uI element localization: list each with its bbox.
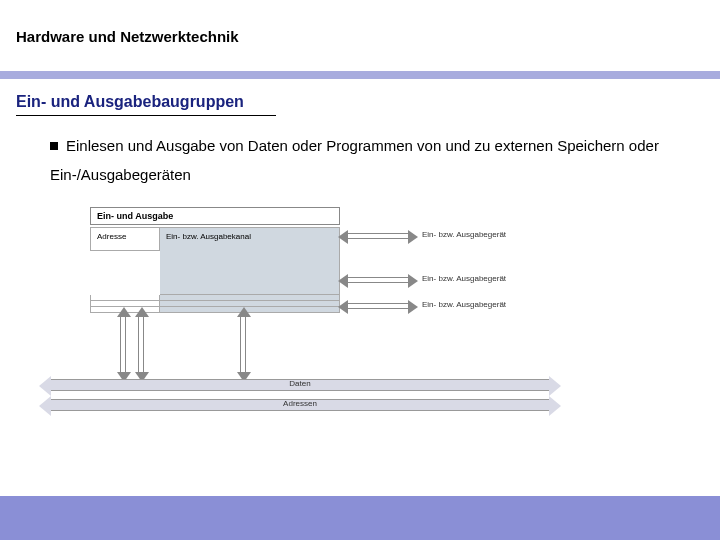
bus-adressen: Adressen bbox=[50, 399, 550, 411]
diagram-box-title: Ein- und Ausgabe bbox=[90, 207, 340, 225]
diagram-header-row: Adresse Ein- bzw. Ausgabekanal bbox=[90, 227, 340, 246]
horizontal-rule bbox=[0, 71, 720, 79]
page-title: Hardware und Netzwerktechnik bbox=[0, 0, 720, 45]
body-content: Einlesen und Ausgabe von Daten oder Prog… bbox=[50, 137, 659, 183]
double-arrow-icon bbox=[348, 277, 408, 283]
vertical-arrow-icon bbox=[138, 317, 144, 372]
diagram-col-channel: Ein- bzw. Ausgabekanal bbox=[160, 227, 340, 246]
bullet-icon bbox=[50, 142, 58, 150]
double-arrow-icon bbox=[348, 303, 408, 309]
device-label-2: Ein- bzw. Ausgabegerät bbox=[422, 274, 506, 283]
diagram-col-address: Adresse bbox=[90, 227, 160, 246]
bus-daten-label: Daten bbox=[51, 379, 549, 388]
footer-band bbox=[0, 496, 720, 540]
bus-adressen-label: Adressen bbox=[51, 399, 549, 408]
double-arrow-icon bbox=[348, 233, 408, 239]
device-label-3: Ein- bzw. Ausgabegerät bbox=[422, 300, 506, 309]
section-title: Ein- und Ausgabebaugruppen bbox=[0, 79, 720, 111]
device-label-1: Ein- bzw. Ausgabegerät bbox=[422, 230, 506, 239]
bus-daten: Daten bbox=[50, 379, 550, 391]
vertical-arrow-icon bbox=[120, 317, 126, 372]
io-diagram: Ein- und Ausgabe Adresse Ein- bzw. Ausga… bbox=[90, 207, 630, 437]
vertical-arrow-icon bbox=[240, 317, 246, 372]
diagram-row bbox=[90, 245, 340, 251]
body-text: Einlesen und Ausgabe von Daten oder Prog… bbox=[0, 116, 720, 189]
